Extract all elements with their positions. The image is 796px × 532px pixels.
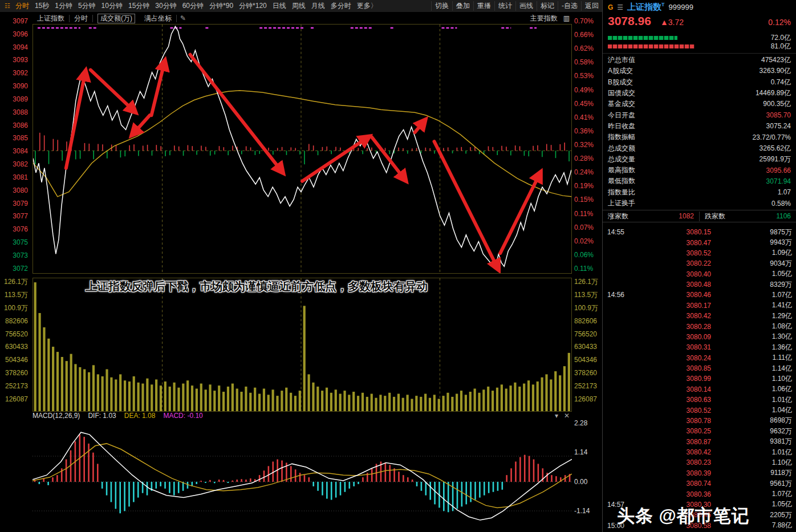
price-axis-label: 3080 [13,187,28,194]
tick-row[interactable]: 3080.879381万 [603,437,796,447]
pin-icon[interactable]: ✎ [177,14,189,22]
collapse-icon[interactable]: ▾ [555,412,558,420]
menu-icon[interactable]: ☰ [617,3,623,11]
period-tab[interactable]: 15分钟 [125,1,152,11]
tick-amount: 1.01亿 [711,395,792,405]
tick-row[interactable]: 3080.521.09亿 [603,248,796,258]
volume-chart[interactable] [33,278,572,412]
chart-subheader: 上证指数分时成交额(万)满占坐标 ✎ 主要指数 ▥ [33,13,572,24]
toolbar-action-button[interactable]: 重播 [473,1,494,11]
macd-chart[interactable] [33,420,572,532]
tick-amount: 1.04亿 [711,405,792,415]
stat-value: 1.07 [778,188,791,196]
tick-row[interactable]: 3080.421.01亿 [603,447,796,457]
price-axis-label: 3097 [13,18,28,25]
advancers-count: 1082 [679,212,694,220]
tick-row[interactable]: 3080.788698万 [603,416,796,426]
tick-by-tick-list[interactable]: 14:553080.159875万3080.479943万3080.521.09… [603,227,796,532]
tick-amount: 1.08亿 [711,322,792,331]
period-tab[interactable]: 更多〉 [354,1,380,11]
price-axis-label: 3096 [13,31,28,38]
tick-row[interactable]: 3080.421.29亿 [603,311,796,321]
split-view-icon[interactable]: ▥ [563,14,570,22]
toolbar-action-button[interactable]: 标记 [537,1,558,11]
period-tab[interactable]: 5分钟 [75,1,99,11]
period-tab[interactable]: 多分时 [328,1,354,11]
stat-value: 14469.89亿 [756,88,791,98]
period-tab[interactable]: 分钟*120 [236,1,270,11]
chart-subheader-item[interactable]: 分时 [70,15,93,22]
percent-axis-label: 0.36% [574,128,594,135]
volume-axis-left: 126.1万113.5万100.9万8826067565206304335043… [0,278,30,403]
macd-axis-label: 0.00 [574,478,587,485]
volume-axis-label: 504346 [5,356,28,363]
stat-label: 最高指数 [608,165,635,175]
period-tab[interactable]: 日线 [270,1,289,11]
tick-row[interactable]: 3080.749561万 [603,478,796,489]
volume-plot[interactable] [33,278,571,411]
macd-dif-value: DIF: 1.03 [88,412,116,420]
tick-row[interactable]: 3080.361.07亿 [603,489,796,499]
volume-axis-label: 252173 [5,383,28,389]
tick-row[interactable]: 3080.259632万 [603,426,796,436]
tick-price: 3080.09 [637,333,711,341]
tick-amount: 1.05亿 [711,269,792,279]
tick-row[interactable]: 3080.488329万 [603,279,796,290]
chart-subheader-item[interactable]: 满占坐标 [140,15,177,22]
tick-price: 3080.40 [637,270,711,278]
tick-row[interactable]: 3080.399118万 [603,468,796,478]
tick-row[interactable]: 3080.229034万 [603,258,796,269]
tick-row[interactable]: 3080.631.01亿 [603,395,796,405]
tick-price: 3080.48 [637,281,711,289]
tick-amount: 8329万 [711,280,792,290]
tick-amount: 1.01亿 [711,448,792,457]
close-icon[interactable]: ✕ [564,412,570,420]
period-tab[interactable]: 分时 [13,1,32,11]
toolbar-action-button[interactable]: 叠加 [452,1,473,11]
stat-value: 3263.90亿 [760,66,791,76]
macd-plot[interactable] [33,420,572,532]
tick-row[interactable]: 3080.521.04亿 [603,405,796,415]
tick-row[interactable]: 3080.851.14亿 [603,363,796,373]
tick-row[interactable]: 3080.991.10亿 [603,373,796,384]
period-tab[interactable]: 30分钟 [152,1,179,11]
tick-row[interactable]: 3080.091.30亿 [603,332,796,342]
tick-row[interactable]: 3080.281.08亿 [603,321,796,331]
chart-mode-icon[interactable]: ☷ [0,2,13,10]
toolbar-action-button[interactable]: 统计 [494,1,515,11]
tick-amount: 9381万 [711,437,792,446]
period-tab[interactable]: 10分钟 [99,1,125,11]
tick-row[interactable]: 3080.141.06亿 [603,384,796,395]
toolbar-actions: 切换叠加重播统计画线标记-自选返回 [431,1,602,11]
tick-row[interactable]: 3080.241.11亿 [603,353,796,363]
stat-label: 最低指数 [608,176,635,186]
stat-row: 昨日收盘3075.24 [603,121,796,132]
tick-row[interactable]: 14:563080.461.07亿 [603,290,796,300]
toolbar-action-button[interactable]: 返回 [581,1,602,11]
major-index-label[interactable]: 主要指数 [530,14,558,23]
intraday-price-chart[interactable] [33,24,572,274]
toolbar-action-button[interactable]: -自选 [558,1,581,11]
tick-row[interactable]: 3080.231.10亿 [603,457,796,468]
period-tab[interactable]: 分钟*90 [206,1,236,11]
period-tab[interactable]: 1分钟 [52,1,75,11]
tick-row[interactable]: 3080.401.05亿 [603,269,796,279]
tick-amount: 9561万 [711,479,792,489]
tick-row[interactable]: 3080.311.36亿 [603,342,796,352]
volume-axis-label: 126087 [5,396,28,403]
period-tab[interactable]: 15秒 [32,1,52,11]
price-plot[interactable] [33,25,571,273]
chart-subheader-item[interactable]: 上证指数 [33,15,70,22]
period-tab[interactable]: 60分钟 [180,1,206,11]
tick-price: 3080.31 [637,343,711,351]
toolbar-action-button[interactable]: 画线 [515,1,537,11]
tick-row[interactable]: 3080.171.41亿 [603,300,796,311]
toolbar-action-button[interactable]: 切换 [431,1,452,11]
tick-row[interactable]: 14:553080.159875万 [603,227,796,237]
chart-subheader-item[interactable]: 成交额(万) [98,14,135,23]
tick-row[interactable]: 3080.479943万 [603,237,796,247]
period-tab[interactable]: 月线 [308,1,328,11]
volume-axis-label: 126.1万 [574,278,598,285]
percent-axis-label: 0.53% [574,72,594,79]
period-tab[interactable]: 周线 [289,1,308,11]
